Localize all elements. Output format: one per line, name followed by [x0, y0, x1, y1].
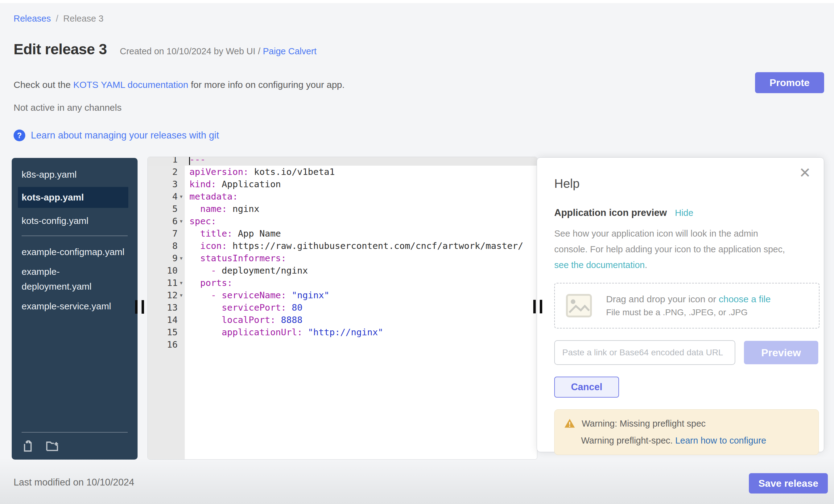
drop-requirements: File must be a .PNG, .JPEG, or .JPG	[606, 308, 771, 317]
add-file-icon[interactable]	[22, 439, 36, 453]
sidebar-bottom	[22, 432, 128, 453]
title-row: Edit release 3 Created on 10/10/2024 by …	[14, 41, 316, 58]
sidebar-file-kots-config.yaml[interactable]: kots-config.yaml	[12, 214, 137, 228]
help-paragraph: See how your application icon will look …	[554, 226, 822, 273]
yaml-editor[interactable]: 1---2apiVersion: kots.io/v1beta13kind: A…	[148, 157, 537, 460]
save-release-button[interactable]: Save release	[749, 473, 828, 494]
line-number: 11	[148, 278, 178, 288]
line-number: 9	[148, 253, 178, 263]
line-number: 10	[148, 265, 178, 276]
icon-drop-zone[interactable]: Drag and drop your icon or choose a file…	[554, 283, 819, 328]
hide-link[interactable]: Hide	[675, 208, 693, 218]
choose-file-link[interactable]: choose a file	[719, 294, 770, 304]
code-text: kind: Application	[185, 179, 281, 190]
resize-bar	[141, 300, 144, 314]
help-panel: ✕ Help Application icon preview Hide See…	[537, 157, 824, 452]
file-list: k8s-app.yamlkots-app.yamlkots-config.yam…	[12, 167, 137, 314]
line-number: 12	[148, 290, 178, 301]
image-placeholder-icon	[565, 292, 592, 319]
warning-text-2: Warning preflight-spec.	[581, 436, 675, 445]
sidebar-file-kots-app.yaml[interactable]: kots-app.yaml	[18, 187, 128, 208]
line-number: 15	[148, 327, 178, 337]
sidebar-file-example-configmap.yaml[interactable]: example-configmap.yaml	[12, 245, 137, 259]
help-resize-handle[interactable]	[533, 300, 542, 313]
git-help-row[interactable]: ? Learn about managing your releases wit…	[14, 130, 219, 141]
code-line-16: 16	[148, 338, 537, 351]
breadcrumb-current: Release 3	[63, 14, 104, 23]
code-text: ports:	[185, 278, 233, 288]
preview-button[interactable]: Preview	[744, 341, 818, 364]
line-number: 16	[148, 339, 178, 350]
line-number: 5	[148, 203, 178, 214]
code-text: ---	[185, 157, 205, 165]
warning-text: Warning: Missing preflight spec	[582, 419, 706, 429]
line-number: 14	[148, 314, 178, 325]
code-text: spec:	[185, 216, 216, 226]
line-number: 4	[148, 191, 178, 202]
last-modified: Last modified on 10/10/2024	[14, 477, 134, 488]
fold-icon[interactable]: ▾	[178, 193, 185, 200]
preflight-warning: Warning: Missing preflight spec Warning …	[554, 409, 819, 455]
code-text: servicePort: 80	[185, 302, 303, 313]
editor-code-area[interactable]: 1---2apiVersion: kots.io/v1beta13kind: A…	[148, 157, 537, 351]
page-title: Edit release 3	[14, 41, 107, 58]
help-para-line2: console. For help adding your icon to th…	[554, 242, 822, 257]
line-number: 13	[148, 302, 178, 313]
code-line-13: 13 servicePort: 80	[148, 301, 537, 314]
cancel-button[interactable]: Cancel	[554, 377, 619, 398]
line-number: 6	[148, 216, 178, 226]
resize-bar	[533, 300, 536, 313]
code-line-1: 1---	[148, 157, 537, 166]
sidebar-file-example-deployment.yaml[interactable]: example-deployment.yaml	[12, 264, 137, 294]
code-line-2: 2apiVersion: kots.io/v1beta1	[148, 166, 537, 178]
breadcrumb-separator: /	[53, 14, 61, 23]
code-text: - serviceName: "nginx"	[185, 290, 329, 301]
code-line-3: 3kind: Application	[148, 178, 537, 190]
code-line-12: 12▾ - serviceName: "nginx"	[148, 289, 537, 301]
promote-button[interactable]: Promote	[755, 72, 824, 93]
fold-icon[interactable]: ▾	[178, 292, 185, 299]
line-number: 8	[148, 241, 178, 251]
kots-docs-link[interactable]: KOTS YAML documentation	[73, 80, 188, 90]
code-line-11: 11▾ ports:	[148, 277, 537, 289]
created-text: Created on 10/10/2024 by Web UI /	[120, 46, 263, 56]
see-documentation-link[interactable]: see the documentation	[554, 260, 644, 270]
drop-text: Drag and drop your icon or	[606, 294, 719, 304]
code-line-7: 7 title: App Name	[148, 227, 537, 240]
docs-prefix: Check out the	[14, 80, 73, 90]
sidebar-bottom-divider	[22, 432, 128, 433]
sidebar-divider	[22, 236, 128, 236]
code-text: metadata:	[185, 191, 238, 202]
git-help-link[interactable]: Learn about managing your releases with …	[31, 130, 219, 141]
code-text: localPort: 8888	[185, 314, 303, 325]
line-number: 2	[148, 167, 178, 177]
code-line-8: 8 icon: https://raw.githubusercontent.co…	[148, 240, 537, 252]
configure-preflight-link[interactable]: Learn how to configure	[675, 436, 766, 445]
line-number: 1	[148, 157, 178, 165]
created-line: Created on 10/10/2024 by Web UI / Paige …	[120, 46, 317, 57]
warning-icon	[564, 418, 575, 429]
code-text: title: App Name	[185, 228, 281, 239]
docs-suffix: for more info on configuring your app.	[188, 80, 345, 90]
question-icon: ?	[14, 130, 25, 141]
code-text: applicationUrl: "http://nginx"	[185, 327, 383, 337]
docs-line: Check out the KOTS YAML documentation fo…	[14, 80, 345, 90]
author-link[interactable]: Paige Calvert	[263, 46, 316, 56]
code-text: apiVersion: kots.io/v1beta1	[185, 167, 335, 177]
help-para-line1: See how your application icon will look …	[554, 226, 822, 242]
fold-icon[interactable]: ▾	[178, 255, 185, 262]
help-title: Help	[554, 177, 818, 191]
code-line-15: 15 applicationUrl: "http://nginx"	[148, 326, 537, 338]
sidebar-file-k8s-app.yaml[interactable]: k8s-app.yaml	[12, 167, 137, 182]
line-number: 7	[148, 228, 178, 239]
breadcrumb-releases-link[interactable]: Releases	[14, 14, 51, 23]
fold-icon[interactable]: ▾	[178, 218, 185, 224]
sidebar-file-example-service.yaml[interactable]: example-service.yaml	[12, 299, 137, 314]
close-icon[interactable]: ✕	[799, 166, 811, 180]
sidebar-resize-handle[interactable]	[135, 300, 144, 314]
icon-url-input[interactable]	[554, 340, 735, 365]
para-period: .	[644, 260, 647, 270]
add-folder-icon[interactable]	[45, 439, 59, 453]
fold-icon[interactable]: ▾	[178, 280, 185, 286]
code-text: name: nginx	[185, 203, 259, 214]
